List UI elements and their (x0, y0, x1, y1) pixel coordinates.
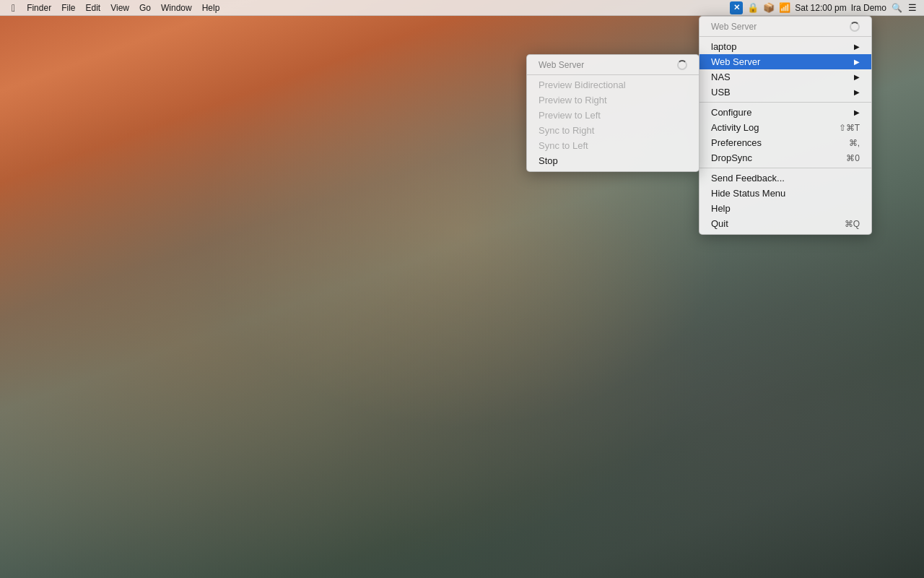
sync-to-left-label: Sync to Left (539, 140, 687, 151)
menu-item-web-server[interactable]: Web Server ▶ Web Server Preview Bidirect… (699, 54, 871, 69)
menu-item-quit[interactable]: Quit ⌘Q (699, 216, 871, 231)
dropbox-icon[interactable]: 📦 (763, 2, 775, 14)
activity-log-shortcut: ⇧⌘T (839, 123, 860, 133)
preview-to-left-label: Preview to Left (539, 110, 687, 121)
menu-item-usb[interactable]: USB ▶ (699, 85, 871, 100)
menubar-datetime: Sat 12:00 pm (795, 3, 846, 13)
menu-item-preview-bidirectional[interactable]: Preview Bidirectional (527, 77, 699, 92)
menu-item-web-server-label: Web Server (711, 56, 848, 67)
menubar-file[interactable]: File (57, 1, 79, 14)
menu-item-sync-to-right[interactable]: Sync to Right (527, 123, 699, 138)
wifi-icon[interactable]: 📶 (779, 2, 790, 14)
menu-item-sync-to-left[interactable]: Sync to Left (527, 138, 699, 153)
menu-separator-1 (699, 102, 871, 103)
submenu-spinner-icon (677, 60, 687, 70)
web-server-submenu: Web Server Preview Bidirectional Preview… (526, 54, 699, 172)
menu-header-label: Web Server (711, 22, 757, 32)
menu-item-preview-to-right[interactable]: Preview to Right (527, 92, 699, 108)
submenu-header-label: Web Server (539, 60, 584, 70)
menubar-user: Ira Demo (851, 3, 886, 13)
menubar-right: ✕ 🔒 📦 📶 Sat 12:00 pm Ira Demo 🔍 ☰ (730, 1, 918, 14)
menu-item-dropsync[interactable]: DropSync ⌘0 (699, 150, 871, 165)
menu-item-preferences[interactable]: Preferences ⌘, (699, 135, 871, 150)
main-dropdown-menu: Web Server laptop ▶ Web Server ▶ Web Ser… (699, 16, 872, 235)
submenu-arrow-usb: ▶ (854, 88, 860, 96)
menubar-view[interactable]: View (106, 1, 134, 14)
send-feedback-label: Send Feedback... (711, 173, 860, 184)
notification-icon[interactable]: ☰ (907, 2, 918, 14)
quit-shortcut: ⌘Q (845, 219, 860, 229)
menu-separator-2 (699, 168, 871, 168)
menu-item-hide-status-menu[interactable]: Hide Status Menu (699, 186, 871, 201)
submenu-header: Web Server (527, 58, 699, 72)
menu-item-send-feedback[interactable]: Send Feedback... (699, 171, 871, 186)
menu-item-help[interactable]: Help (699, 201, 871, 216)
submenu-arrow-nas: ▶ (854, 73, 860, 81)
submenu-arrow-laptop: ▶ (854, 43, 860, 51)
submenu-arrow-web-server: ▶ (854, 58, 860, 66)
menus-container: Web Server laptop ▶ Web Server ▶ Web Ser… (699, 16, 872, 235)
help-label: Help (711, 203, 860, 214)
menu-item-configure[interactable]: Configure ▶ (699, 105, 871, 120)
menu-item-activity-log[interactable]: Activity Log ⇧⌘T (699, 120, 871, 135)
menu-item-stop[interactable]: Stop (527, 153, 699, 168)
menubar-edit[interactable]: Edit (81, 1, 105, 14)
activity-log-label: Activity Log (711, 122, 839, 133)
loading-spinner-icon (850, 22, 860, 32)
preferences-shortcut: ⌘, (849, 138, 860, 148)
menubar-go[interactable]: Go (135, 1, 155, 14)
menubar-help[interactable]: Help (198, 1, 225, 14)
menu-item-nas[interactable]: NAS ▶ (699, 69, 871, 85)
dropsync-shortcut: ⌘0 (846, 153, 860, 163)
hide-status-menu-label: Hide Status Menu (711, 188, 860, 199)
spotlight-icon[interactable]: 🔍 (891, 2, 902, 14)
menu-item-laptop-label: laptop (711, 41, 848, 52)
stop-label: Stop (539, 155, 687, 166)
dropsync-label: DropSync (711, 152, 846, 163)
apple-menu[interactable]:  (6, 2, 21, 14)
transmit-status-icon[interactable]: ✕ (730, 1, 743, 14)
preview-bidirectional-label: Preview Bidirectional (539, 79, 687, 90)
sync-to-right-label: Sync to Right (539, 125, 687, 136)
quit-label: Quit (711, 218, 845, 229)
menu-item-configure-label: Configure (711, 107, 848, 118)
1password-icon[interactable]: 🔒 (747, 2, 759, 14)
menu-item-nas-label: NAS (711, 72, 848, 82)
preferences-label: Preferences (711, 137, 849, 148)
menu-item-laptop[interactable]: laptop ▶ (699, 39, 871, 54)
menubar:  Finder File Edit View Go Window Help ✕… (0, 0, 924, 16)
menubar-window[interactable]: Window (157, 1, 196, 14)
menu-header-web-server: Web Server (699, 20, 871, 34)
menu-item-usb-label: USB (711, 87, 848, 98)
submenu-arrow-configure: ▶ (854, 108, 860, 116)
menu-separator-0 (699, 36, 871, 37)
menu-item-preview-to-left[interactable]: Preview to Left (527, 108, 699, 123)
menubar-finder[interactable]: Finder (22, 1, 56, 14)
submenu-separator-top (527, 74, 699, 75)
menubar-left:  Finder File Edit View Go Window Help (6, 1, 224, 14)
preview-to-right-label: Preview to Right (539, 95, 687, 105)
